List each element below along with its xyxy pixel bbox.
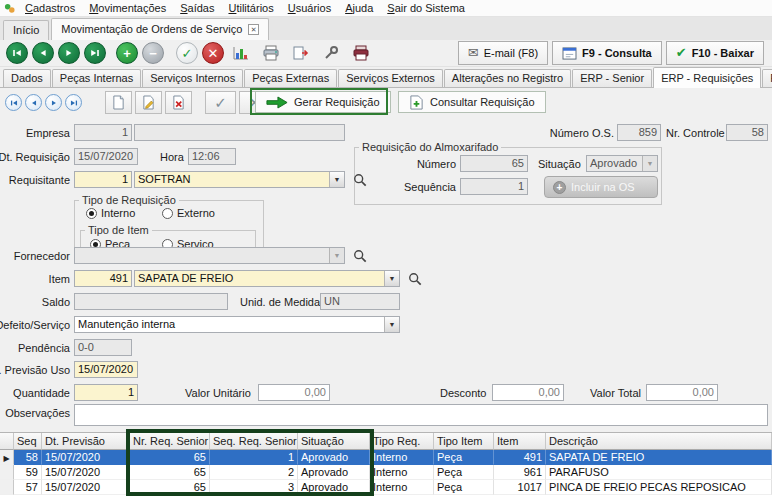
remove-record-button[interactable]: − [142,42,164,64]
col-header-descricao[interactable]: Descrição [546,433,772,450]
tab-alteracoes-registro[interactable]: Alterações no Registro [444,69,571,87]
cell-seq[interactable]: 59 [14,465,42,480]
f10-baixar-button[interactable]: ✔ F10 - Baixar [666,41,764,65]
previous-record-button[interactable] [32,42,54,64]
previous-item-button[interactable] [25,94,42,111]
search-icon[interactable] [352,248,368,264]
tab-erp-requisicoes[interactable]: ERP - Requisições [653,67,761,88]
tab-inicio[interactable]: Início [3,20,49,40]
cancel-record-button[interactable]: ✕ [202,42,224,64]
menu-ajuda[interactable]: Ajuda [338,0,380,16]
search-icon[interactable] [407,271,423,287]
menu-sair[interactable]: Sair do Sistema [380,0,472,16]
tools-icon[interactable] [318,41,344,65]
tab-dados[interactable]: Dados [3,69,51,87]
cell-item[interactable]: 961 [494,465,546,480]
next-record-button[interactable] [58,42,80,64]
cell-tipo-req[interactable]: Interno [370,480,434,495]
col-header-seq-req-senior[interactable]: Seq. Req. Senior [210,433,298,450]
chevron-down-icon[interactable]: ▼ [384,271,399,286]
cell-tipo-req[interactable]: Interno [370,465,434,480]
item-code-field[interactable]: 491 [74,270,132,287]
chart-icon[interactable] [228,41,254,65]
cell-tipo-item[interactable]: Peça [434,450,494,465]
cell-item[interactable]: 491 [494,450,546,465]
tab-servicos-externos[interactable]: Serviços Externos [338,69,443,87]
cell-descricao[interactable]: PARAFUSO [546,465,772,480]
cell-item[interactable]: 1017 [494,480,546,495]
print-alt-icon[interactable] [348,41,374,65]
cell-seq-req-senior[interactable]: 2 [210,465,298,480]
col-header-nr-req-senior[interactable]: Nr. Req. Senior [130,433,210,450]
table-row[interactable]: 59 15/07/2020 65 2 Aprovado Interno Peça… [0,465,772,480]
cell-descricao[interactable]: SAPATA DE FREIO [546,450,772,465]
cell-dt-previsao[interactable]: 15/07/2020 [42,465,130,480]
menu-movimentacoes[interactable]: Movimentações [82,0,173,16]
add-record-button[interactable]: + [116,42,138,64]
cell-seq-req-senior[interactable]: 3 [210,480,298,495]
new-item-button[interactable] [105,91,132,114]
col-header-seq[interactable]: Seq [14,433,42,450]
dt-previsao-uso-field[interactable]: 15/07/2020 [74,361,138,378]
first-item-button[interactable] [5,94,22,111]
delete-item-button[interactable] [165,91,192,114]
f9-consulta-button[interactable]: F9 - Consulta [552,41,662,65]
col-header-dt-previsao[interactable]: Dt. Previsão [42,433,130,450]
chevron-down-icon[interactable]: ▼ [384,317,399,332]
item-combo[interactable]: SAPATA DE FREIO ▼ [134,270,400,287]
cell-nr-req-senior[interactable]: 65 [130,465,210,480]
cell-descricao[interactable]: PINCA DE FREIO PECAS REPOSICAO [546,480,772,495]
cell-situacao[interactable]: Aprovado [298,450,370,465]
confirm-record-button[interactable]: ✓ [176,42,198,64]
cell-nr-req-senior[interactable]: 65 [130,450,210,465]
quantidade-field[interactable]: 1 [74,384,138,401]
col-header-tipo-req[interactable]: Tipo Req. [370,433,434,450]
cell-nr-req-senior[interactable]: 65 [130,480,210,495]
menu-cadastros[interactable]: Cadastros [18,0,82,16]
radio-interno[interactable]: Interno [86,207,135,219]
confirm-item-button[interactable]: ✓ [205,91,236,114]
tab-pecas-externas[interactable]: Peças Externas [244,69,337,87]
tab-servicos-internos[interactable]: Serviços Internos [142,69,243,87]
search-icon[interactable] [352,172,368,188]
email-button[interactable]: ✉ E-mail (F8) [458,41,548,65]
cell-dt-previsao[interactable]: 15/07/2020 [42,480,130,495]
cell-dt-previsao[interactable]: 15/07/2020 [42,450,130,465]
radio-externo[interactable]: Externo [162,207,215,219]
next-item-button[interactable] [45,94,62,111]
requisitante-combo[interactable]: SOFTRAN ▼ [134,171,345,188]
cell-tipo-item[interactable]: Peça [434,480,494,495]
tab-pecas-internas[interactable]: Peças Internas [52,69,141,87]
col-header-tipo-item[interactable]: Tipo Item [434,433,494,450]
cell-seq[interactable]: 58 [14,450,42,465]
tab-filtros[interactable]: Filtros [762,69,772,87]
last-record-button[interactable] [84,42,106,64]
col-header-item[interactable]: Item [494,433,546,450]
menu-utilitarios[interactable]: Utilitários [221,0,280,16]
close-tab-icon[interactable]: ✕ [248,24,259,35]
cell-tipo-req[interactable]: Interno [370,450,434,465]
menu-saidas[interactable]: Saídas [173,0,221,16]
col-header-situacao[interactable]: Situação [298,433,370,450]
cell-tipo-item[interactable]: Peça [434,465,494,480]
last-item-button[interactable] [65,94,82,111]
table-row[interactable]: 57 15/07/2020 65 3 Aprovado Interno Peça… [0,480,772,495]
consultar-requisicao-button[interactable]: Consultar Requisição [398,91,546,113]
table-row[interactable]: ▶ 58 15/07/2020 65 1 Aprovado Interno Pe… [0,450,772,465]
requisitante-code-field[interactable]: 1 [74,171,132,188]
cell-situacao[interactable]: Aprovado [298,465,370,480]
tab-movimentacao-os[interactable]: Movimentação de Ordens de Serviço ✕ [51,18,269,40]
cell-seq[interactable]: 57 [14,480,42,495]
observacoes-field[interactable] [74,404,768,426]
cell-situacao[interactable]: Aprovado [298,480,370,495]
defeito-servico-combo[interactable]: Manutenção interna ▼ [74,316,400,333]
first-record-button[interactable] [6,42,28,64]
edit-item-button[interactable] [135,91,162,114]
cell-seq-req-senior[interactable]: 1 [210,450,298,465]
export-icon[interactable] [288,41,314,65]
tab-erp-senior[interactable]: ERP - Senior [572,69,652,87]
gerar-requisicao-button[interactable]: Gerar Requisição [255,91,391,113]
print-icon[interactable] [258,41,284,65]
chevron-down-icon[interactable]: ▼ [329,172,344,187]
menu-usuarios[interactable]: Usuários [281,0,338,16]
